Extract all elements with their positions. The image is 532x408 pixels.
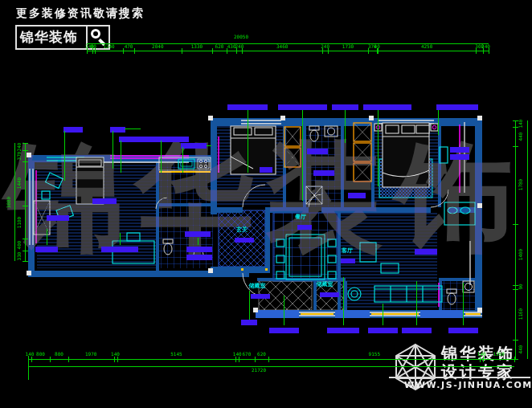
leader-line — [198, 238, 198, 245]
callout-bar — [260, 167, 272, 173]
callout-bar — [186, 247, 212, 252]
room-label-bar — [297, 225, 312, 230]
dimension-tick — [235, 357, 236, 362]
dimension-tick — [23, 251, 28, 251]
dimension-label: 1970 — [85, 352, 96, 357]
dimension-tick — [134, 48, 135, 54]
dimension-tick — [268, 357, 269, 362]
leader-line — [121, 141, 121, 173]
dimension-tick — [87, 48, 88, 54]
callout-bar — [448, 328, 478, 333]
dimension-tick — [489, 48, 489, 54]
callout-bar — [450, 154, 469, 160]
dimension-label: 4250 — [421, 44, 432, 49]
dimension-tick — [476, 48, 477, 54]
dimension-tick — [117, 357, 118, 362]
leader-line — [284, 296, 284, 325]
leader-line — [113, 131, 113, 169]
callout-bar — [327, 328, 359, 333]
room-label-bar — [320, 292, 339, 297]
leader-line — [248, 110, 248, 173]
floorplan-canvas: 锦华装饰 更多装修资讯敬请搜索 锦华装饰 锦华装饰 设计专家 WWW.JS-JI… — [0, 0, 532, 408]
callout-bar — [402, 328, 432, 333]
dimension-label: 470 — [125, 44, 133, 49]
dimension-label: 1350 — [493, 352, 504, 357]
callout-bar — [450, 147, 469, 153]
dimension-tick — [483, 48, 484, 54]
callout-bar — [35, 247, 58, 252]
dimension-tick — [31, 357, 32, 362]
dimension-line — [28, 359, 514, 360]
dimension-line — [14, 143, 15, 261]
callout-bar — [348, 193, 366, 198]
dimension-label: 620 — [257, 352, 266, 357]
dimension-line — [87, 51, 489, 51]
leader-line — [438, 110, 439, 135]
dimension-label: 1730 — [342, 44, 354, 49]
dimension-tick — [255, 357, 256, 362]
dimension-label: 1330 — [191, 44, 203, 49]
dimension-tick — [513, 224, 518, 225]
dimension-label: 140 — [518, 119, 523, 128]
dimension-tick — [50, 357, 51, 362]
dimension-total: 21720 — [252, 368, 266, 373]
leader-line — [47, 229, 47, 245]
callout-bar — [363, 104, 411, 110]
dimension-tick — [236, 48, 237, 54]
dimension-label: 3460 — [276, 44, 288, 49]
dimension-tick — [513, 127, 518, 128]
leader-line — [182, 147, 183, 173]
dimension-label: 370 — [17, 152, 22, 161]
leader-line — [161, 141, 162, 173]
callout-bar — [241, 320, 257, 325]
dimension-line — [515, 120, 516, 359]
room-label-bar — [251, 294, 270, 299]
callout-bar — [181, 143, 207, 149]
dimension-label: 670 — [242, 352, 251, 357]
dimension-line — [28, 366, 514, 367]
leader-line — [383, 304, 383, 325]
room-label: 玄关 — [236, 226, 248, 234]
callout-bar — [307, 149, 328, 154]
dimension-label: 1400 — [518, 249, 523, 260]
dimension-label: 1780 — [518, 179, 523, 190]
leader-line — [463, 283, 464, 325]
callout-bar — [227, 104, 268, 110]
dimension-tick — [212, 48, 213, 54]
dimension-tick — [368, 48, 369, 54]
dimension-label: 240 — [17, 142, 22, 151]
callout-bar — [63, 127, 83, 133]
dimension-label: 1240 — [103, 44, 114, 49]
dimension-tick — [242, 48, 243, 54]
dimension-label: 9155 — [369, 352, 380, 357]
dimension-label: 1160 — [518, 308, 523, 320]
leader-line — [302, 110, 303, 201]
leader-line — [416, 281, 417, 325]
dimension-label: 90 — [91, 44, 96, 49]
dimension-tick — [23, 143, 28, 144]
room-label: 储藏室 — [317, 280, 334, 288]
dimension-tick — [68, 357, 69, 362]
dimension-total: 20050 — [234, 35, 248, 39]
dimension-label: 620 — [215, 44, 224, 49]
dimension-label: 140 — [477, 352, 486, 357]
room-label-bar — [341, 259, 355, 263]
dimension-tick — [95, 48, 96, 54]
callout-bar — [368, 328, 398, 333]
dimension-tick — [513, 359, 518, 360]
room-label: 客厅 — [342, 247, 353, 255]
dimension-label: 1100 — [17, 216, 22, 227]
room-label: 餐厅 — [295, 213, 306, 221]
dimension-label: 330 — [17, 251, 22, 260]
dimension-tick — [23, 261, 28, 262]
dimension-line — [527, 120, 528, 359]
callout-bar — [101, 247, 138, 252]
dimension-label: 800 — [55, 352, 63, 357]
dimension-label: 2040 — [152, 44, 163, 49]
callout-bar — [186, 255, 212, 260]
leader-line — [120, 233, 121, 245]
dimension-tick — [328, 48, 329, 54]
dimension-label: 90 — [518, 284, 523, 290]
dimension-tick — [182, 48, 182, 54]
dimension-label: 140 — [233, 352, 242, 357]
